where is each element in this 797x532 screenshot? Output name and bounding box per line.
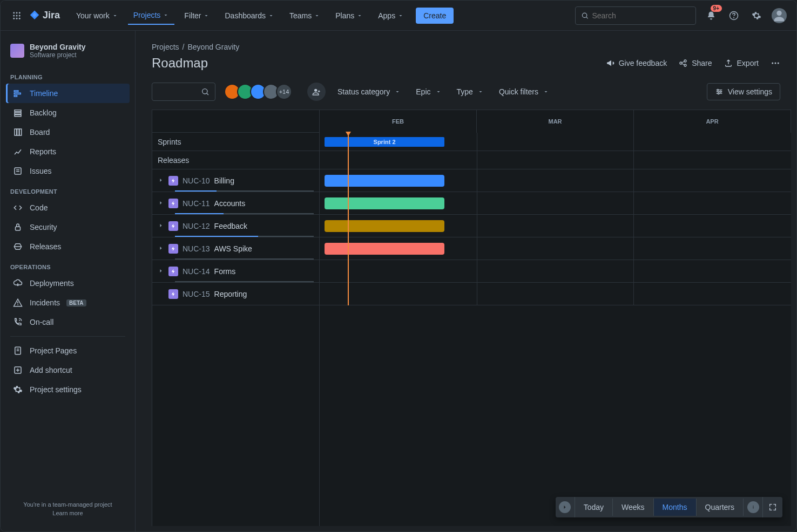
epic-row[interactable]: NUC-15 Reporting [152,283,319,305]
sidebar-item-code[interactable]: Code [6,198,130,217]
app-switcher-icon[interactable] [10,9,23,22]
sprint-bar[interactable]: Sprint 2 [325,137,445,147]
sidebar-item-on-call[interactable]: On-call [6,312,130,332]
progress-bar [175,190,314,192]
scroll-right-icon[interactable] [556,497,575,517]
weeks-button[interactable]: Weeks [613,499,654,516]
share-button[interactable]: Share [679,59,712,67]
export-icon [724,59,733,67]
nav-plans[interactable]: Plans [330,6,368,25]
reports-icon [12,146,23,157]
sidebar-item-board[interactable]: Board [6,122,130,142]
progress-bar [175,258,314,260]
nav-your-work[interactable]: Your work [71,6,124,25]
nav-dashboards[interactable]: Dashboards [219,6,280,25]
epic-icon [168,289,178,299]
svg-point-40 [775,63,776,64]
project-header[interactable]: Beyond Gravity Software project [1,37,135,66]
view-settings-button[interactable]: View settings [707,83,780,100]
sidebar-item-project-pages[interactable]: Project Pages [6,341,130,360]
svg-point-0 [13,12,15,13]
legend-icon[interactable] [744,497,763,517]
roadmap-search[interactable] [152,83,215,101]
sidebar-item-security[interactable]: Security [6,217,130,237]
svg-point-9 [582,13,586,17]
epic-row[interactable]: NUC-12 Feedback [152,215,319,237]
sidebar-item-project-settings[interactable]: Project settings [6,380,130,399]
epic-row[interactable]: NUC-10 Billing [152,169,319,192]
quarters-button[interactable]: Quarters [697,499,744,516]
epic-bar[interactable] [325,220,445,232]
sidebar-item-issues[interactable]: Issues [6,161,130,181]
nav-apps[interactable]: Apps [373,6,409,25]
releases-row-label: Releases [152,151,319,169]
chevron-right-icon[interactable] [158,267,164,276]
sidebar-item-timeline[interactable]: Timeline [6,84,130,103]
share-icon [679,59,687,67]
search-input[interactable] [592,11,690,20]
epic-bar[interactable] [325,243,445,255]
nav-projects[interactable]: Projects [128,6,175,25]
chevron-right-icon[interactable] [158,176,164,185]
avatar-more[interactable]: +14 [276,84,292,100]
add-shortcut-icon [12,365,23,376]
filter-status-category[interactable]: Status category [337,87,401,96]
sidebar-item-releases[interactable]: Releases [6,237,130,256]
jira-logo[interactable]: Jira [29,10,60,22]
today-button[interactable]: Today [575,499,613,516]
give-feedback-button[interactable]: Give feedback [606,59,667,67]
svg-point-49 [720,91,721,93]
filter-type[interactable]: Type [457,87,484,96]
sidebar-item-incidents[interactable]: IncidentsBETA [6,293,130,312]
chevron-right-icon[interactable] [158,199,164,208]
page-title: Roadmap [152,56,208,71]
settings-icon[interactable] [749,8,764,23]
chevron-right-icon[interactable] [158,244,164,253]
epic-name: AWS Spike [214,244,252,253]
sprints-row-label: Sprints [152,133,319,151]
more-actions-icon[interactable] [771,58,780,68]
svg-rect-21 [17,129,19,135]
help-icon[interactable] [726,8,741,23]
notifications-icon[interactable]: 9+ [704,8,719,23]
filter-quick-filters[interactable]: Quick filters [499,87,549,96]
footer-learn-more[interactable]: Learn more [9,510,126,516]
fullscreen-icon[interactable] [763,499,782,516]
chevron-down-icon [397,12,404,19]
profile-avatar[interactable] [772,8,787,23]
global-search[interactable] [575,6,696,25]
svg-line-10 [586,17,588,18]
chevron-down-icon [435,88,442,95]
svg-rect-19 [15,115,21,117]
nav-teams[interactable]: Teams [284,6,326,25]
top-nav: Jira Your workProjectsFilterDashboardsTe… [1,1,796,31]
chevron-down-icon [203,12,210,19]
epic-row[interactable]: NUC-14 Forms [152,260,319,283]
chevron-right-icon[interactable] [158,222,164,230]
epic-bar[interactable] [325,175,445,187]
breadcrumb-root[interactable]: Projects [152,43,179,51]
sidebar-item-add-shortcut[interactable]: Add shortcut [6,360,130,380]
timeline-controls: Today Weeks Months Quarters [556,497,782,517]
nav-filter[interactable]: Filter [179,6,215,25]
svg-rect-14 [14,91,18,92]
add-people-button[interactable] [307,83,326,101]
epic-row[interactable]: NUC-13 AWS Spike [152,237,319,260]
footer-note: You're in a team-managed project [9,501,126,508]
avatar-stack[interactable]: +14 [227,84,292,100]
sidebar-item-reports[interactable]: Reports [6,142,130,161]
progress-bar [175,281,314,282]
epic-row[interactable]: NUC-11 Accounts [152,192,319,215]
sidebar-item-deployments[interactable]: Deployments [6,274,130,293]
timeline: Sprints Releases NUC-10 Billing NUC-11 A… [152,110,791,526]
months-button[interactable]: Months [654,499,697,516]
filter-epic[interactable]: Epic [416,87,441,96]
chevron-down-icon [112,12,118,19]
export-button[interactable]: Export [724,59,759,67]
notification-badge: 9+ [711,5,722,12]
epic-bar[interactable] [325,197,445,209]
breadcrumb-project[interactable]: Beyond Gravity [187,43,239,51]
sidebar-item-backlog[interactable]: Backlog [6,103,130,122]
svg-point-41 [778,63,779,64]
create-button[interactable]: Create [416,8,454,24]
